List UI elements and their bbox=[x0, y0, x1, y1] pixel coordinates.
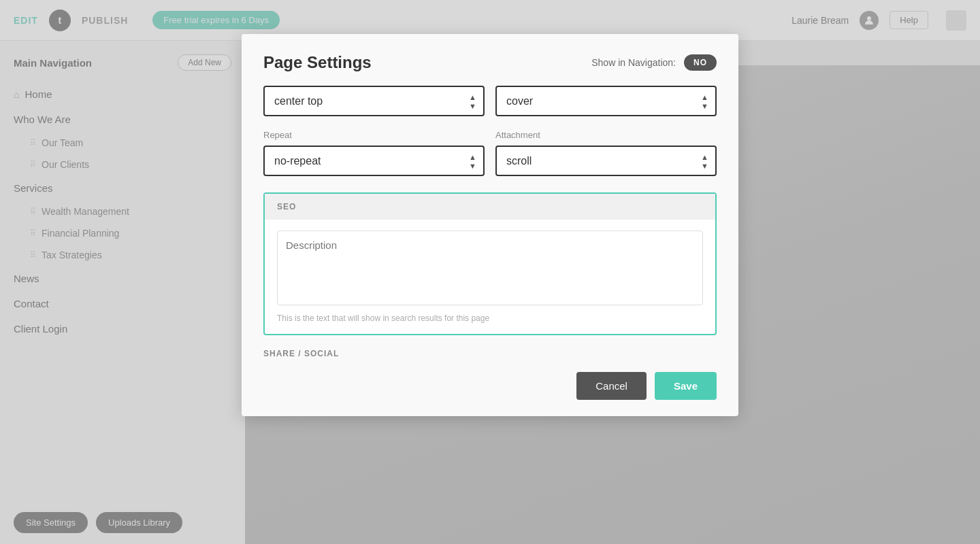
repeat-attachment-row: Repeat no-repeat repeat repeat-x repeat-… bbox=[263, 130, 717, 176]
show-nav-label: Show in Navigation: bbox=[591, 57, 676, 68]
page-settings-modal: Page Settings Show in Navigation: NO cen… bbox=[242, 34, 738, 416]
attachment-select-container: scroll fixed local ▲ ▼ bbox=[495, 146, 717, 176]
size-select[interactable]: cover contain auto bbox=[495, 86, 717, 116]
attachment-label: Attachment bbox=[495, 130, 717, 140]
repeat-select-container: no-repeat repeat repeat-x repeat-y ▲ ▼ bbox=[263, 146, 485, 176]
repeat-select[interactable]: no-repeat repeat repeat-x repeat-y bbox=[263, 146, 485, 176]
share-social-section: SHARE / SOCIAL bbox=[242, 335, 738, 358]
position-select-wrap: center top center center center bottom l… bbox=[263, 86, 485, 116]
show-nav-row: Show in Navigation: NO bbox=[591, 54, 717, 71]
seo-description-textarea[interactable] bbox=[277, 231, 703, 305]
attachment-select-wrap: Attachment scroll fixed local ▲ ▼ bbox=[495, 130, 717, 176]
save-button[interactable]: Save bbox=[655, 372, 717, 400]
seo-hint-text: This is the text that will show in searc… bbox=[277, 313, 703, 323]
repeat-select-wrap: Repeat no-repeat repeat repeat-x repeat-… bbox=[263, 130, 485, 176]
modal-title: Page Settings bbox=[263, 53, 372, 72]
position-select[interactable]: center top center center center bottom l… bbox=[263, 86, 485, 116]
modal-dropdowns-row1: center top center center center bottom l… bbox=[242, 86, 738, 130]
seo-section-header: SEO bbox=[265, 194, 715, 220]
repeat-label: Repeat bbox=[263, 130, 485, 140]
modal-footer: Cancel Save bbox=[242, 361, 738, 416]
cancel-button[interactable]: Cancel bbox=[576, 372, 647, 400]
share-social-header: SHARE / SOCIAL bbox=[263, 349, 717, 358]
show-nav-toggle[interactable]: NO bbox=[684, 54, 717, 71]
seo-section: SEO This is the text that will show in s… bbox=[263, 192, 717, 335]
seo-body: This is the text that will show in searc… bbox=[265, 220, 715, 334]
modal-dropdowns-row2: Repeat no-repeat repeat repeat-x repeat-… bbox=[242, 130, 738, 192]
modal-header: Page Settings Show in Navigation: NO bbox=[242, 34, 738, 86]
attachment-select[interactable]: scroll fixed local bbox=[495, 146, 717, 176]
size-select-wrap: cover contain auto ▲ ▼ bbox=[495, 86, 717, 116]
